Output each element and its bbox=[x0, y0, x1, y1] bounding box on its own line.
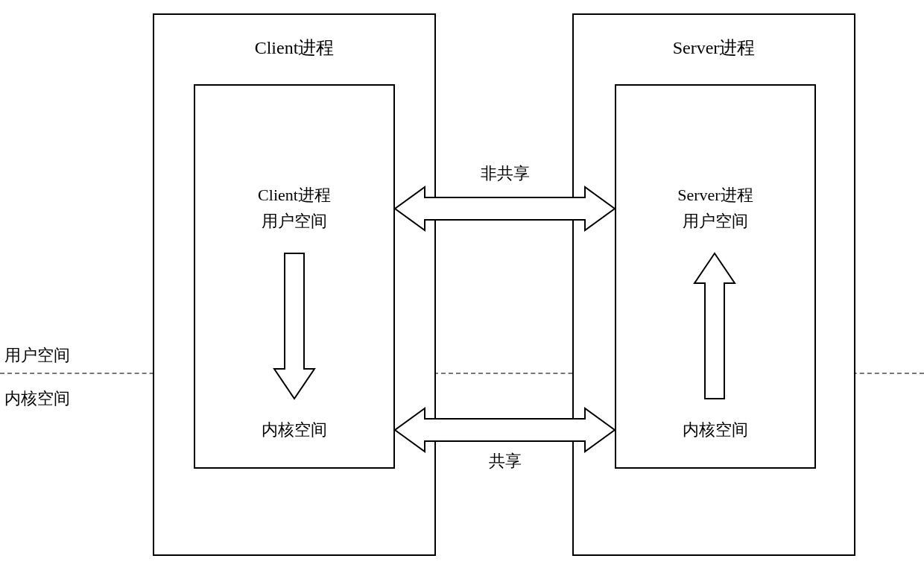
server-kernel-label: 内核空间 bbox=[615, 419, 816, 441]
arrow-server-up-icon bbox=[694, 253, 735, 399]
label-kernel-space: 内核空间 bbox=[4, 387, 70, 410]
arrow-non-shared-label: 非共享 bbox=[395, 162, 615, 185]
client-kernel-label: 内核空间 bbox=[194, 419, 395, 441]
arrow-non-shared-icon bbox=[395, 190, 615, 227]
arrow-shared-label: 共享 bbox=[395, 450, 615, 472]
server-user-space-label: Server进程 用户空间 bbox=[615, 182, 816, 234]
arrow-client-down-icon bbox=[274, 253, 314, 399]
server-title: Server进程 bbox=[574, 36, 854, 60]
client-title: Client进程 bbox=[154, 36, 434, 60]
label-user-space: 用户空间 bbox=[4, 344, 70, 367]
client-user-space-label: Client进程 用户空间 bbox=[194, 182, 395, 234]
arrow-shared-icon bbox=[395, 411, 615, 449]
